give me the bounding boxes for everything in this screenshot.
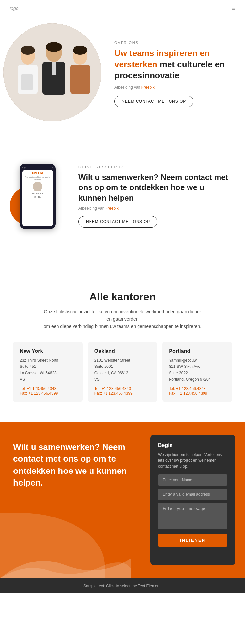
office-fax-oakland: Fax: +1 123.456.4399 — [94, 391, 151, 396]
phone-desc: I'm a creative multitalented graphic des… — [24, 176, 52, 180]
office-address-newyork: 232 Third Street North Suite 451 La Cros… — [20, 357, 76, 382]
interested-section: logo ≡ HELLO! I'm a creative multitalent… — [0, 144, 245, 248]
contact-form-box: Begin We zijn hier om te helpen. Vertel … — [150, 435, 235, 565]
phone-device: logo ≡ HELLO! I'm a creative multitalent… — [20, 164, 56, 229]
over-ons-label: OVER ONS — [114, 41, 235, 45]
office-address-oakland: 2101 Webster Street Suite 2001 Oakland, … — [94, 357, 151, 382]
form-submit-btn[interactable]: INDIENEN — [158, 534, 227, 547]
offices-description: Onze holistische, inzichtelijke en oncon… — [41, 308, 204, 330]
form-message-input[interactable] — [158, 503, 227, 529]
office-address-portland: Yamhill-gebouw 811 SW Sixth Ave. Suite 3… — [169, 357, 225, 382]
nav-menu-icon[interactable]: ≡ — [231, 5, 235, 12]
svg-rect-7 — [52, 62, 56, 75]
interested-content: GEÏNTERESSEERD? Wilt u samenwerken? Neem… — [78, 165, 232, 228]
nav-logo: logo — [10, 6, 18, 11]
contact-section: Wilt u samenwerken? Neem contact met ons… — [0, 422, 245, 578]
contact-left: Wilt u samenwerken? Neem contact met ons… — [0, 422, 140, 578]
form-begin-label: Begin — [158, 442, 227, 448]
office-city-portland: Portland — [169, 348, 225, 354]
hero-title: Uw teams inspireren en versterken met cu… — [114, 48, 235, 81]
hero-image-wrap — [0, 17, 105, 128]
phone-stats: 1712+ — [34, 196, 41, 198]
interested-credit: Afbeelding van Freepik — [78, 206, 232, 211]
office-card-oakland: Oakland 2101 Webster Street Suite 2001 O… — [88, 342, 157, 402]
form-email-input[interactable] — [158, 489, 227, 500]
office-city-oakland: Oakland — [94, 348, 151, 354]
office-fax-portland: Fax: +1 123.456.4399 — [169, 391, 225, 396]
hero-content: OVER ONS Uw teams inspireren en versterk… — [105, 17, 245, 128]
svg-point-10 — [21, 46, 35, 55]
interested-title: Wilt u samenwerken? Neem contact met ons… — [78, 172, 232, 203]
interested-contact-btn[interactable]: NEEM CONTACT MET ONS OP — [78, 216, 157, 228]
interested-freepik-link[interactable]: Freepik — [106, 206, 119, 211]
office-fax-newyork: Fax: +1 123.456.4399 — [20, 391, 76, 396]
phone-wrap: logo ≡ HELLO! I'm a creative multitalent… — [13, 164, 65, 229]
geinteresseerd-label: GEÏNTERESSEERD? — [78, 165, 232, 169]
svg-point-14 — [34, 187, 41, 191]
phone-person-name: AMANDA WOS — [32, 193, 43, 195]
svg-rect-9 — [70, 65, 90, 94]
hero-credit: Afbeelding van Freepik — [114, 85, 235, 90]
phone-hello: HELLO! — [32, 172, 43, 175]
office-card-portland: Portland Yamhill-gebouw 811 SW Sixth Ave… — [162, 342, 232, 402]
svg-point-11 — [46, 42, 62, 52]
office-tel-newyork: Tel: +1 123.456.4343 — [20, 386, 76, 391]
svg-point-13 — [36, 184, 40, 187]
freepik-link[interactable]: Freepik — [141, 85, 155, 90]
phone-screen: HELLO! I'm a creative multitalented grap… — [22, 170, 53, 226]
hero-contact-btn[interactable]: NEEM CONTACT MET ONS OP — [114, 96, 193, 107]
contact-inner: Wilt u samenwerken? Neem contact met ons… — [0, 422, 245, 578]
svg-rect-4 — [21, 74, 33, 90]
spacer2 — [0, 248, 245, 268]
footer-text: Sample text: Click to select the Text El… — [83, 584, 162, 588]
footer: Sample text: Click to select the Text El… — [0, 578, 245, 593]
office-city-newyork: New York — [20, 348, 76, 354]
phone-menu: ≡ — [52, 166, 53, 169]
form-description: We zijn hier om te helpen. Vertel ons ie… — [158, 452, 227, 469]
offices-section: Alle kantoren Onze holistische, inzichte… — [0, 268, 245, 422]
contact-right: Begin We zijn hier om te helpen. Vertel … — [140, 422, 245, 578]
offices-title: Alle kantoren — [13, 291, 232, 303]
svg-point-12 — [73, 46, 87, 55]
hero-section: OVER ONS Uw teams inspireren en versterk… — [0, 17, 245, 128]
navbar: logo ≡ — [0, 0, 245, 17]
phone-avatar — [33, 182, 42, 191]
phone-logo: logo — [22, 166, 26, 169]
contact-title: Wilt u samenwerken? Neem contact met ons… — [13, 441, 131, 489]
hero-circle — [3, 23, 101, 121]
spacer1 — [0, 128, 245, 144]
office-card-newyork: New York 232 Third Street North Suite 45… — [13, 342, 83, 402]
offices-grid: New York 232 Third Street North Suite 45… — [13, 342, 232, 402]
office-tel-portland: Tel: +1 123.456.4343 — [169, 386, 225, 391]
office-tel-oakland: Tel: +1 123.456.4343 — [94, 386, 151, 391]
form-name-input[interactable] — [158, 474, 227, 486]
